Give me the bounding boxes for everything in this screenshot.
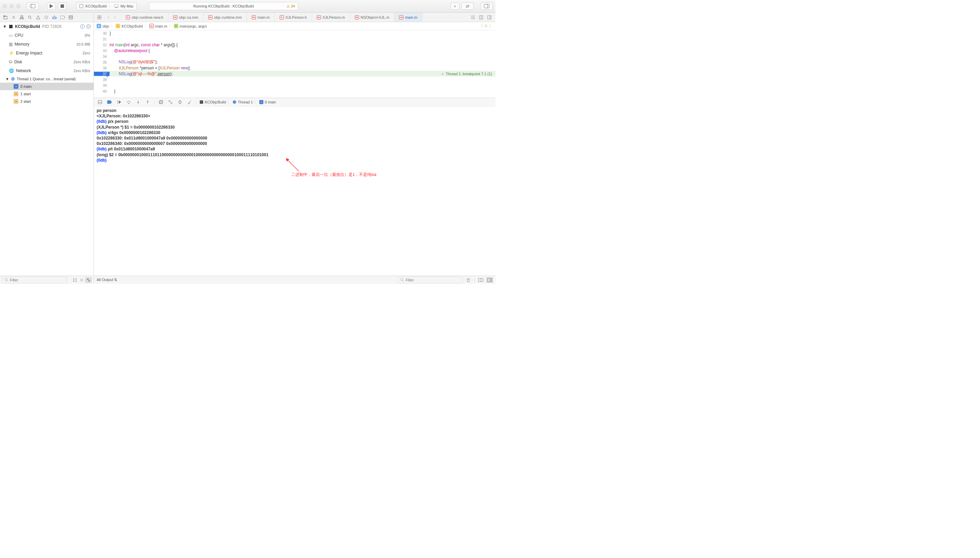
disk-icon: ⛁ (9, 59, 12, 64)
file-type-icon: h (280, 15, 284, 20)
nav-source-control-icon[interactable] (10, 14, 17, 21)
console-output: <XJLPerson: 0x102286330> (97, 114, 150, 118)
stack-frame[interactable]: ▪1 start (0, 90, 94, 98)
file-tab[interactable]: mmain.m (247, 13, 275, 22)
code-line[interactable]: 35 NSLog(@"dyld初探"); (94, 59, 496, 65)
continue-button[interactable] (116, 98, 123, 105)
code-line[interactable]: 32int main(int argc, const char * argv[]… (94, 42, 496, 48)
file-type-icon: m (399, 15, 403, 20)
go-back-button[interactable]: 〈 (104, 14, 111, 21)
breakpoint-indicator[interactable]: ≡Thread 1: breakpoint 7.1 (1) (440, 72, 493, 76)
console-filter[interactable] (398, 277, 463, 284)
code-line[interactable]: 36 XJLPerson *person = [XJLPerson new]; (94, 65, 496, 71)
file-tab[interactable]: mobjc-runtime.mm (204, 13, 247, 22)
filter-threads-button[interactable] (85, 277, 92, 283)
add-editor-button[interactable]: ＋ (451, 2, 460, 10)
stack-frame[interactable]: ▪2 start (0, 98, 94, 105)
nav-breakpoints-icon[interactable] (59, 14, 66, 21)
close-window-button[interactable] (3, 4, 7, 8)
thread-row[interactable]: ▼ Thread 1 Queue: co…hread (serial) (0, 75, 94, 83)
code-line[interactable]: 37 NSLog(@"xjl----%@",person);≡Thread 1:… (94, 71, 496, 77)
info-icon[interactable]: i (80, 24, 85, 29)
related-items-button[interactable] (96, 14, 103, 21)
toggle-inspector-button[interactable] (481, 2, 493, 10)
step-over-button[interactable] (125, 98, 132, 105)
minimize-window-button[interactable] (10, 4, 14, 8)
debug-crumb[interactable]: KCObjcBuild 〉 Thread 1 〉 ▪ 0 main (199, 100, 276, 105)
file-tab[interactable]: hXJLPerson.h (275, 13, 312, 22)
stop-button[interactable] (58, 2, 67, 10)
jump-bar[interactable]: ▸ objc 〉 ▪ KCObjcBuild 〉 m main.m 〉 f ma… (94, 22, 496, 30)
code-line[interactable]: 39 (94, 82, 496, 88)
source-editor[interactable]: 30}3132int main(int argc, const char * a… (94, 30, 496, 98)
nav-reports-icon[interactable] (67, 14, 74, 21)
code-line[interactable]: 31 (94, 36, 496, 42)
editor-only-button[interactable] (469, 14, 476, 21)
nav-debug-icon[interactable] (51, 14, 58, 21)
clear-console-button[interactable] (465, 277, 471, 283)
minimap-button[interactable] (486, 14, 493, 21)
code-line[interactable]: 38 (94, 77, 496, 82)
lldb-prompt: (lldb) (97, 158, 107, 162)
filter-recent-button[interactable] (72, 277, 78, 283)
warning-icon[interactable]: ⚠ (484, 23, 488, 29)
code-line[interactable]: 34 (94, 53, 496, 59)
step-into-button[interactable] (135, 98, 141, 105)
activity-viewer[interactable]: Running KCObjcBuild : KCObjcBuild ⚠ 34 (149, 2, 298, 10)
scheme-selector[interactable]: KCObjcBuild 〉 My Mac (76, 2, 137, 10)
run-button[interactable] (47, 2, 56, 10)
console-output: po person (97, 108, 117, 113)
stat-row-cpu[interactable]: ▭CPU0% (0, 31, 94, 40)
line-number: 31 (94, 37, 110, 41)
svg-rect-0 (30, 5, 35, 8)
code-line[interactable]: 30} (94, 30, 496, 36)
simulate-location-button[interactable] (186, 98, 193, 105)
target-icon (79, 4, 84, 8)
console-filter-input[interactable] (405, 278, 460, 282)
issues-badge[interactable]: ⚠ 34 (287, 4, 295, 8)
lldb-console[interactable]: 二进制中，最后一位（最低位）是1，不是纯isa po person<XJLPer… (94, 107, 496, 276)
svg-rect-5 (114, 5, 118, 7)
prev-issue-button[interactable]: 〈 (479, 23, 483, 29)
go-forward-button[interactable]: 〉 (112, 14, 119, 21)
nav-find-icon[interactable] (26, 14, 33, 21)
step-out-button[interactable] (144, 98, 151, 105)
zoom-window-button[interactable] (16, 4, 20, 8)
svg-point-24 (55, 17, 56, 18)
nav-project-icon[interactable] (2, 14, 9, 21)
output-scope-selector[interactable]: All Output ⇅ (97, 277, 117, 282)
pause-icon[interactable] (86, 24, 91, 29)
code-line[interactable]: 40 } (94, 88, 496, 94)
debug-memory-graph-button[interactable] (167, 98, 174, 105)
show-variables-button[interactable] (478, 277, 484, 283)
process-header[interactable]: ▼ KCObjcBuild PID 72926 i (0, 22, 94, 31)
hide-debug-area-button[interactable] (97, 98, 103, 105)
stat-row-net[interactable]: 🌐NetworkZero KB/s (0, 66, 94, 75)
stat-row-disk[interactable]: ⛁DiskZero KB/s (0, 57, 94, 66)
toggle-navigator-button[interactable] (26, 2, 39, 10)
environment-overrides-button[interactable] (177, 98, 184, 105)
filter-crashed-button[interactable] (79, 277, 85, 283)
code-line[interactable]: 33 @autoreleasepool { (94, 48, 496, 53)
energy-icon: ⚡ (9, 51, 14, 56)
stat-row-mem[interactable]: ▥Memory10.5 MB (0, 40, 94, 49)
file-tab[interactable]: mNSObject+XJL.m (350, 13, 395, 22)
file-tab[interactable]: mobjc-os.mm (168, 13, 204, 22)
editor-options-button[interactable]: ⇄ (461, 2, 474, 10)
show-console-button[interactable] (487, 277, 493, 283)
nav-tests-icon[interactable] (43, 14, 50, 21)
canvas-button[interactable] (478, 14, 484, 21)
file-tab[interactable]: hobjc-runtime-new.h (121, 13, 168, 22)
file-tab[interactable]: mXJLPerson.m (312, 13, 350, 22)
navigator-filter[interactable] (2, 277, 67, 284)
next-issue-button[interactable]: 〉 (489, 23, 493, 29)
stat-value: 10.5 MB (76, 42, 90, 46)
breakpoints-toggle-button[interactable] (106, 98, 113, 105)
nav-symbol-icon[interactable] (18, 14, 25, 21)
file-tab[interactable]: mmain.m (394, 13, 422, 22)
navigator-filter-input[interactable] (10, 278, 64, 282)
debug-view-hierarchy-button[interactable] (158, 98, 164, 105)
stat-row-energy[interactable]: ⚡Energy ImpactZero (0, 49, 94, 57)
stack-frame[interactable]: ▪0 main (0, 83, 94, 90)
nav-issues-icon[interactable] (35, 14, 41, 21)
